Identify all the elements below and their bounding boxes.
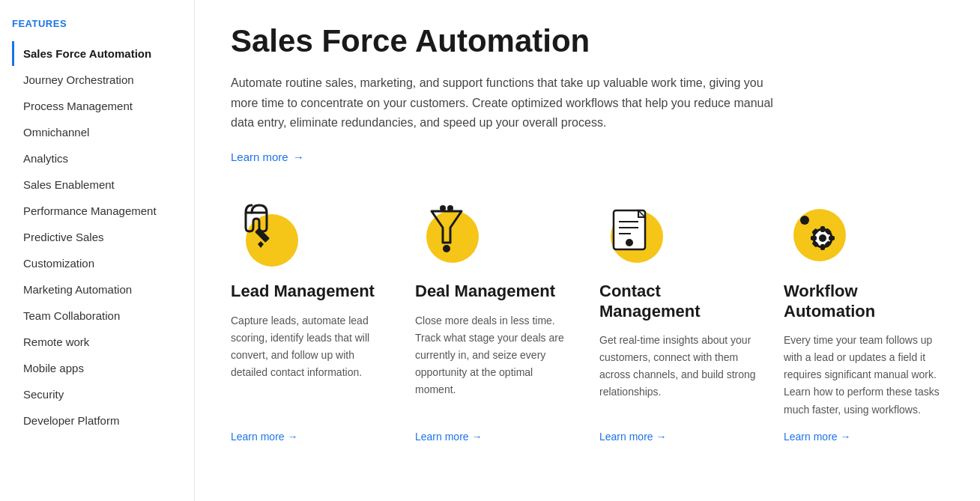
sidebar-nav: Sales Force AutomationJourney Orchestrat… <box>12 41 182 433</box>
svg-point-17 <box>819 234 826 242</box>
deal-management-learn-more[interactable]: Learn more → <box>415 431 575 443</box>
workflow-automation-learn-more[interactable]: Learn more → <box>784 431 944 443</box>
sidebar-item-omnichannel[interactable]: Omnichannel <box>12 120 182 145</box>
svg-rect-18 <box>820 226 825 232</box>
sidebar-item-developer-platform[interactable]: Developer Platform <box>12 408 182 433</box>
sidebar-item-sales-force-automation[interactable]: Sales Force Automation <box>12 41 182 66</box>
sidebar-item-predictive-sales[interactable]: Predictive Sales <box>12 225 182 249</box>
sidebar-item-customization[interactable]: Customization <box>12 251 182 276</box>
main-learn-more-link[interactable]: Learn more → <box>231 151 304 163</box>
deal-management-icon <box>415 199 483 267</box>
lead-management-description: Capture leads, automate lead scoring, id… <box>231 312 391 419</box>
sidebar-item-mobile-apps[interactable]: Mobile apps <box>12 356 182 380</box>
svg-rect-21 <box>829 236 835 240</box>
svg-rect-19 <box>820 244 825 250</box>
feature-cards-grid: Lead Management Capture leads, automate … <box>231 199 944 442</box>
svg-point-26 <box>800 216 809 225</box>
main-content: Sales Force Automation Automate routine … <box>195 0 980 501</box>
sidebar-item-remote-work[interactable]: Remote work <box>12 330 182 354</box>
sidebar-item-analytics[interactable]: Analytics <box>12 146 182 171</box>
svg-point-4 <box>426 210 479 263</box>
card-workflow-automation: Workflow Automation Every time your team… <box>784 199 944 442</box>
lead-management-learn-more[interactable]: Learn more → <box>231 431 391 443</box>
contact-management-icon <box>599 199 667 267</box>
svg-point-8 <box>447 205 453 211</box>
sidebar-item-security[interactable]: Security <box>12 382 182 407</box>
page-description: Automate routine sales, marketing, and s… <box>231 73 793 133</box>
contact-management-title: Contact Management <box>599 282 760 321</box>
page-title: Sales Force Automation <box>231 24 944 58</box>
svg-point-6 <box>443 245 450 252</box>
sidebar-item-marketing-automation[interactable]: Marketing Automation <box>12 277 182 302</box>
svg-point-14 <box>626 239 633 246</box>
contact-management-description: Get real-time insights about your custom… <box>599 332 760 418</box>
deal-management-title: Deal Management <box>415 282 575 301</box>
contact-management-learn-more[interactable]: Learn more → <box>599 431 760 443</box>
deal-management-description: Close more deals in less time. Track wha… <box>415 312 575 419</box>
page-layout: FEATURES Sales Force AutomationJourney O… <box>0 0 980 501</box>
svg-rect-20 <box>811 236 817 240</box>
lead-management-icon <box>231 199 298 267</box>
card-deal-management: Deal Management Close more deals in less… <box>415 199 575 442</box>
sidebar: FEATURES Sales Force AutomationJourney O… <box>0 0 195 501</box>
svg-point-7 <box>440 205 446 211</box>
workflow-automation-description: Every time your team follows up with a l… <box>784 332 944 418</box>
sidebar-item-performance-management[interactable]: Performance Management <box>12 198 182 223</box>
card-contact-management: Contact Management Get real-time insight… <box>599 199 760 442</box>
sidebar-item-sales-enablement[interactable]: Sales Enablement <box>12 172 182 197</box>
sidebar-item-process-management[interactable]: Process Management <box>12 94 182 118</box>
features-label: FEATURES <box>12 18 182 29</box>
sidebar-item-team-collaboration[interactable]: Team Collaboration <box>12 303 182 328</box>
lead-management-title: Lead Management <box>231 282 391 301</box>
workflow-automation-icon <box>784 199 851 267</box>
card-lead-management: Lead Management Capture leads, automate … <box>231 199 391 442</box>
workflow-automation-title: Workflow Automation <box>784 282 944 321</box>
sidebar-item-journey-orchestration[interactable]: Journey Orchestration <box>12 67 182 92</box>
